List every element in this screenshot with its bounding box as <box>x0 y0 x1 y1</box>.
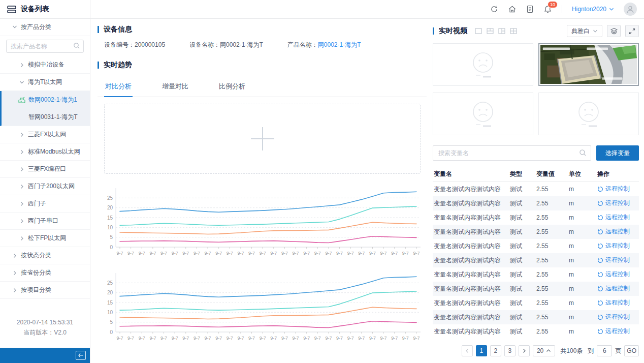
page-button-3[interactable]: 3 <box>504 345 516 356</box>
remote-control-link[interactable]: 远程控制 <box>597 284 630 293</box>
remote-control-link[interactable]: 远程控制 <box>597 313 630 321</box>
notifications-bell-icon[interactable]: 10 <box>543 5 552 14</box>
video-title: 实时视频 <box>439 26 467 36</box>
collapse-sidebar-icon[interactable] <box>76 351 86 360</box>
remote-control-link[interactable]: 远程控制 <box>597 270 630 279</box>
remote-control-link[interactable]: 远程控制 <box>597 213 630 222</box>
svg-text:9-7: 9-7 <box>116 336 123 341</box>
layout-4-icon[interactable] <box>510 28 517 34</box>
remote-control-link[interactable]: 远程控制 <box>597 241 630 250</box>
sidebar-header: 设备列表 <box>0 0 90 19</box>
home-icon[interactable] <box>508 5 517 13</box>
sidebar-item-product[interactable]: 西门子 <box>0 195 90 213</box>
table-row: 变量名测试内容测试内容测试2.55m远程控制 <box>433 324 639 339</box>
sidebar-item-product[interactable]: 海为T以太网 <box>0 74 90 91</box>
remote-control-link[interactable]: 远程控制 <box>597 327 630 336</box>
layers-icon[interactable] <box>607 25 621 37</box>
sidebar-section-category[interactable]: 按项目分类 <box>0 282 90 299</box>
cell-value: 2.55 <box>536 228 569 235</box>
sidebar-item-product[interactable]: 西门子200以太网 <box>0 178 90 195</box>
chevron-down-icon <box>12 24 17 29</box>
remote-control-link[interactable]: 远程控制 <box>597 199 630 207</box>
layout-2-icon[interactable] <box>487 28 494 34</box>
total-count-label: 共100条 <box>560 347 583 355</box>
avatar[interactable] <box>624 3 637 16</box>
sidebar-section-category[interactable]: 按状态分类 <box>0 247 90 264</box>
prev-page-button[interactable] <box>462 345 473 356</box>
layout-3-icon[interactable] <box>498 28 505 34</box>
table-row: 变量名测试内容测试内容测试2.55m远程控制 <box>433 210 639 225</box>
sidebar-section-by-product[interactable]: 按产品分类 <box>0 19 90 36</box>
svg-text:9-7: 9-7 <box>182 336 189 341</box>
product-search-input[interactable] <box>6 40 84 53</box>
chevron-right-icon <box>19 149 24 155</box>
remote-control-link[interactable]: 远程控制 <box>597 185 630 193</box>
page-button-1[interactable]: 1 <box>476 345 487 356</box>
add-chart-dropzone[interactable] <box>104 104 421 174</box>
go-button[interactable]: GO <box>624 345 639 356</box>
goto-page-input[interactable] <box>597 345 612 356</box>
sidebar-item-device[interactable]: 智网0031-1-海为T <box>2 108 90 126</box>
variable-search-row: 选择变量 <box>433 145 639 161</box>
video-cell-1[interactable] <box>433 43 533 86</box>
svg-text:9-7: 9-7 <box>227 251 233 256</box>
tab-ratio[interactable]: 比例分析 <box>218 77 246 97</box>
cell-unit: m <box>569 228 597 235</box>
remote-control-icon <box>597 186 603 192</box>
trend-chart-2: 05101520259-79-79-79-79-79-79-79-79-79-7… <box>101 268 427 346</box>
video-cell-2-live-feed[interactable] <box>538 43 639 86</box>
sidebar-item-product[interactable]: 西门子串口 <box>0 213 90 230</box>
select-variable-button[interactable]: 选择变量 <box>596 145 639 161</box>
sidebar-item-product[interactable]: 三菱FX以太网 <box>0 126 90 143</box>
refresh-icon[interactable] <box>490 5 498 13</box>
table-row: 变量名测试内容测试内容测试2.55m远程控制 <box>433 182 639 196</box>
svg-text:9-7: 9-7 <box>325 336 332 341</box>
cell-type: 测试 <box>510 199 536 208</box>
title-accent-bar <box>98 26 99 33</box>
remote-control-icon <box>597 300 603 306</box>
device-group: 数网0002-1-海为1智网0031-1-海为T <box>0 91 90 126</box>
layout-1-icon[interactable] <box>475 28 482 34</box>
sidebar-item-product[interactable]: 模拟中冶设备 <box>0 56 90 74</box>
variable-search-input[interactable] <box>433 145 591 161</box>
sidebar-section-category[interactable]: 按省份分类 <box>0 264 90 282</box>
sidebar-item-product[interactable]: 标准Modbus以太网 <box>0 143 90 161</box>
tab-compare[interactable]: 对比分析 <box>104 77 133 97</box>
cell-value: 2.55 <box>536 314 569 321</box>
svg-text:9-7: 9-7 <box>270 336 277 341</box>
chevron-right-icon <box>19 219 24 224</box>
user-menu[interactable]: Hignton2020 <box>572 6 614 13</box>
svg-text:9-7: 9-7 <box>127 251 134 256</box>
remote-control-icon <box>597 200 603 206</box>
video-cell-4[interactable] <box>538 93 639 135</box>
goto-prefix-label: 到 <box>588 347 594 355</box>
sidebar-item-product[interactable]: 松下FP以太网 <box>0 230 90 247</box>
video-cell-3[interactable] <box>433 93 533 135</box>
sidebar-item-product[interactable]: 三菱FX编程口 <box>0 161 90 178</box>
document-icon[interactable] <box>526 5 534 13</box>
svg-text:9-7: 9-7 <box>270 251 277 256</box>
cell-unit: m <box>569 271 597 278</box>
remote-control-link[interactable]: 远程控制 <box>597 227 630 236</box>
page-button-2[interactable]: 2 <box>490 345 501 356</box>
cell-unit: m <box>569 214 597 221</box>
theme-select[interactable]: 典雅白 <box>567 25 602 37</box>
cell-unit: m <box>569 314 597 321</box>
remote-control-icon <box>597 243 603 249</box>
page-size-select[interactable]: 20 <box>533 345 555 356</box>
remote-control-link[interactable]: 远程控制 <box>597 298 630 307</box>
sidebar-item-device[interactable]: 数网0002-1-海为1 <box>2 91 90 108</box>
svg-text:9-7: 9-7 <box>260 251 266 256</box>
fullscreen-expand-icon[interactable] <box>625 25 639 37</box>
product-name-link[interactable]: 网0002-1-海为T <box>318 41 361 48</box>
tab-increment[interactable]: 增量对比 <box>161 77 189 97</box>
cell-type: 测试 <box>510 270 536 279</box>
svg-text:9-7: 9-7 <box>391 251 398 256</box>
remote-control-link[interactable]: 远程控制 <box>597 256 630 264</box>
svg-text:9-7: 9-7 <box>303 251 310 256</box>
svg-text:9-7: 9-7 <box>325 251 332 256</box>
next-page-button[interactable] <box>519 345 530 356</box>
svg-text:9-7: 9-7 <box>248 336 255 341</box>
svg-text:9-7: 9-7 <box>237 336 244 341</box>
plus-icon <box>251 127 274 150</box>
